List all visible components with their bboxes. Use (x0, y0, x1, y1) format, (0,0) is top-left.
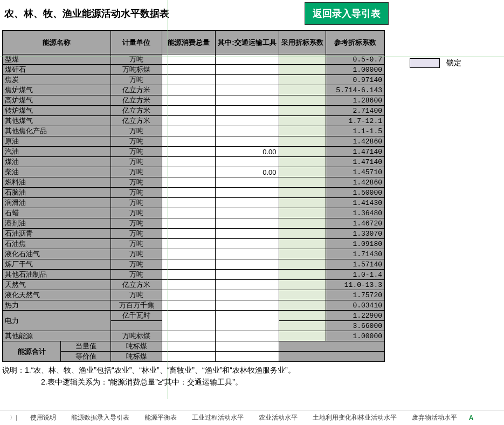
cell-total[interactable] (162, 239, 216, 249)
cell-adopt[interactable] (279, 249, 326, 259)
cell-transport[interactable] (216, 95, 279, 106)
cell-transport[interactable] (216, 280, 279, 290)
cell-total[interactable] (162, 249, 216, 259)
cell-total[interactable] (162, 352, 216, 362)
tab-agriculture[interactable]: 农业活动水平 (251, 410, 305, 425)
cell-transport[interactable]: 0.00 (216, 147, 279, 157)
tab-waste[interactable]: 废弃物活动水平 (404, 410, 465, 425)
cell-adopt[interactable] (279, 270, 326, 280)
cell-total[interactable] (162, 106, 216, 116)
cell-adopt[interactable] (279, 208, 326, 218)
cell-transport[interactable] (216, 229, 279, 239)
cell-adopt[interactable] (279, 188, 326, 198)
cell-adopt[interactable] (279, 218, 326, 229)
cell-transport[interactable] (216, 300, 279, 311)
cell-transport[interactable] (216, 218, 279, 229)
cell-total[interactable] (162, 147, 216, 157)
cell-total[interactable] (162, 75, 216, 85)
cell-total[interactable] (162, 85, 216, 95)
cell-transport[interactable] (216, 75, 279, 85)
cell-total[interactable] (162, 126, 216, 136)
cell-adopt[interactable] (279, 177, 326, 188)
cell-total[interactable] (162, 270, 216, 280)
cell-name: 其他煤气 (3, 116, 111, 126)
cell-transport[interactable] (216, 106, 279, 116)
cell-transport[interactable] (216, 177, 279, 188)
tab-industry[interactable]: 工业过程活动水平 (184, 410, 251, 425)
cell-adopt[interactable] (279, 75, 326, 85)
cell-total[interactable] (162, 218, 216, 229)
cell-transport[interactable] (216, 290, 279, 300)
cell-transport[interactable] (216, 54, 279, 65)
cell-adopt[interactable] (279, 321, 326, 331)
cell-transport[interactable]: 0.00 (216, 167, 279, 177)
cell-adopt[interactable] (279, 331, 326, 341)
cell-adopt[interactable] (279, 95, 326, 106)
cell-transport[interactable] (216, 116, 279, 126)
cell-adopt[interactable] (279, 106, 326, 116)
cell-total[interactable] (162, 65, 216, 75)
cell-adopt[interactable] (279, 290, 326, 300)
cell-total[interactable] (162, 167, 216, 177)
cell-adopt[interactable] (279, 259, 326, 270)
cell-adopt[interactable] (279, 198, 326, 208)
cell-adopt[interactable] (279, 147, 326, 157)
cell-total[interactable] (162, 300, 216, 311)
cell-transport[interactable] (216, 259, 279, 270)
cell-transport[interactable] (216, 239, 279, 249)
cell-transport[interactable] (216, 136, 279, 147)
tab-land[interactable]: 土地利用变化和林业活动水平 (305, 410, 404, 425)
cell-transport[interactable] (216, 208, 279, 218)
cell-total[interactable] (162, 259, 216, 270)
cell-total[interactable] (162, 341, 216, 352)
cell-adopt[interactable] (279, 126, 326, 136)
cell-adopt[interactable] (279, 136, 326, 147)
cell-total[interactable] (162, 95, 216, 106)
tab-a[interactable]: A (469, 414, 474, 422)
cell-total[interactable] (162, 331, 216, 341)
lock-legend: 锁定 (410, 58, 461, 68)
cell-transport[interactable] (216, 85, 279, 95)
cell-total[interactable] (162, 116, 216, 126)
cell-transport[interactable] (216, 188, 279, 198)
cell-total[interactable] (162, 54, 216, 65)
cell-transport[interactable] (216, 311, 279, 331)
cell-total[interactable] (162, 177, 216, 188)
cell-total[interactable] (162, 280, 216, 290)
cell-transport[interactable] (216, 198, 279, 208)
cell-adopt[interactable] (279, 65, 326, 75)
cell-adopt[interactable] (279, 116, 326, 126)
cell-transport[interactable] (216, 157, 279, 167)
tab-guide[interactable]: 能源数据录入导引表 (64, 410, 137, 425)
cell-adopt[interactable] (279, 280, 326, 290)
cell-total[interactable] (162, 188, 216, 198)
cell-adopt[interactable] (279, 300, 326, 311)
cell-transport[interactable] (216, 352, 279, 362)
tab-balance[interactable]: 能源平衡表 (137, 410, 184, 425)
tab-scroll-prev-icon[interactable]: 〉| (10, 414, 17, 422)
back-button[interactable]: 返回录入导引表 (305, 2, 389, 25)
cell-total[interactable] (162, 290, 216, 300)
table-row: 原油万吨1.42860 (3, 136, 385, 147)
cell-total[interactable] (162, 311, 216, 331)
tab-instructions[interactable]: 使用说明 (23, 410, 64, 425)
cell-transport[interactable] (216, 126, 279, 136)
cell-adopt[interactable] (279, 167, 326, 177)
cell-adopt[interactable] (279, 229, 326, 239)
cell-transport[interactable] (216, 270, 279, 280)
cell-total[interactable] (162, 198, 216, 208)
cell-name: 石蜡 (3, 208, 111, 218)
cell-total[interactable] (162, 229, 216, 239)
cell-total[interactable] (162, 136, 216, 147)
cell-transport[interactable] (216, 331, 279, 341)
cell-transport[interactable] (216, 341, 279, 352)
cell-adopt[interactable] (279, 54, 326, 65)
cell-total[interactable] (162, 157, 216, 167)
cell-adopt[interactable] (279, 311, 326, 321)
cell-transport[interactable] (216, 65, 279, 75)
cell-total[interactable] (162, 208, 216, 218)
cell-adopt[interactable] (279, 85, 326, 95)
cell-adopt[interactable] (279, 239, 326, 249)
cell-adopt[interactable] (279, 157, 326, 167)
cell-transport[interactable] (216, 249, 279, 259)
